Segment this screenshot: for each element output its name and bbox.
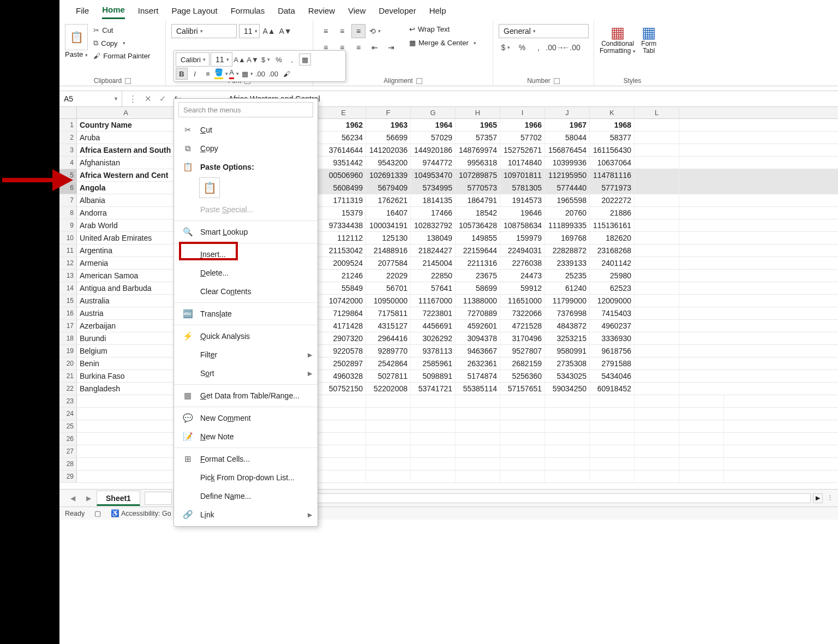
cell[interactable]	[321, 433, 366, 445]
cell[interactable]	[321, 458, 366, 470]
cell[interactable]: 59912	[500, 282, 545, 294]
cell[interactable]: Andorra	[77, 207, 175, 219]
number-dialog-launcher[interactable]	[554, 78, 560, 84]
cell[interactable]	[411, 408, 456, 420]
cell[interactable]: 4592601	[456, 320, 500, 332]
cell[interactable]	[321, 420, 366, 432]
cell[interactable]: 9289770	[366, 345, 411, 357]
name-box[interactable]: A5▼	[59, 91, 122, 106]
decrease-indent-icon[interactable]: ⇤	[368, 40, 382, 55]
new-sheet-button[interactable]	[145, 492, 172, 505]
row-header[interactable]: 28	[59, 458, 77, 470]
cell[interactable]: 10637064	[590, 157, 635, 169]
cell[interactable]: 55385114	[456, 383, 500, 395]
cell[interactable]	[456, 458, 500, 470]
row-header[interactable]: 23	[59, 395, 77, 407]
cell[interactable]	[679, 408, 724, 420]
cell[interactable]: 112112	[321, 232, 366, 244]
cell[interactable]	[321, 408, 366, 420]
cell[interactable]	[321, 470, 366, 482]
mini-fill-color-icon[interactable]: 🪣	[215, 68, 227, 80]
cell[interactable]: 3253215	[545, 332, 590, 344]
cell[interactable]	[77, 433, 175, 445]
paste-label[interactable]: Paste	[65, 50, 88, 58]
decrease-decimal-icon[interactable]: ←.00	[564, 40, 578, 55]
cut-button[interactable]: ✂Cut	[93, 25, 150, 35]
cell[interactable]	[77, 458, 175, 470]
cell[interactable]: 59034250	[545, 383, 590, 395]
cell[interactable]: 159979	[500, 232, 545, 244]
cell[interactable]	[635, 395, 679, 407]
cell[interactable]: 56234	[321, 132, 366, 144]
merge-center-button[interactable]: ▦Merge & Center	[409, 38, 476, 48]
cell[interactable]	[635, 282, 679, 294]
cell[interactable]: 9351442	[321, 157, 366, 169]
cell[interactable]: Albania	[77, 194, 175, 206]
cell[interactable]	[366, 420, 411, 432]
tab-review[interactable]: Review	[308, 3, 335, 19]
cell[interactable]: 5771973	[590, 182, 635, 194]
mini-increase-decimal-icon[interactable]: .00	[254, 68, 266, 80]
cell[interactable]: 9378113	[411, 345, 456, 357]
cell[interactable]	[500, 458, 545, 470]
cell[interactable]	[321, 395, 366, 407]
col-header-f[interactable]: F	[366, 107, 411, 118]
mini-borders-icon[interactable]: ▦	[241, 68, 253, 80]
cell[interactable]: 1962	[321, 119, 366, 131]
cell[interactable]: 11167000	[411, 295, 456, 307]
cell[interactable]	[321, 445, 366, 457]
menu-define-name[interactable]: Define Name...	[174, 487, 318, 505]
cell[interactable]: 53741721	[411, 383, 456, 395]
cell[interactable]: 152752671	[500, 144, 545, 156]
cell[interactable]: 5434046	[590, 370, 635, 382]
cell[interactable]: 22159644	[456, 245, 500, 257]
tab-file[interactable]: File	[76, 3, 89, 19]
row-header[interactable]: 20	[59, 357, 77, 369]
cell[interactable]	[635, 445, 679, 457]
cell[interactable]: 5027811	[366, 370, 411, 382]
cell[interactable]: 182620	[590, 232, 635, 244]
cell[interactable]: 7129864	[321, 307, 366, 319]
align-right-icon[interactable]: ≡	[351, 40, 366, 55]
mini-align-center-icon[interactable]: ≡	[202, 68, 214, 80]
cell[interactable]: 2401142	[590, 257, 635, 269]
row-header[interactable]: 27	[59, 445, 77, 457]
cell[interactable]: 1968	[590, 119, 635, 131]
row-header[interactable]: 8	[59, 207, 77, 219]
cell[interactable]: 57157651	[500, 383, 545, 395]
cell[interactable]: American Samoa	[77, 270, 175, 282]
cell[interactable]: 105736428	[456, 219, 500, 231]
cell[interactable]: 7270889	[456, 307, 500, 319]
cell[interactable]	[635, 295, 679, 307]
col-header-e[interactable]: E	[321, 107, 366, 118]
wrap-text-button[interactable]: ↩Wrap Text	[409, 24, 476, 34]
cell[interactable]	[545, 408, 590, 420]
cell[interactable]	[590, 420, 635, 432]
cell[interactable]: 4171428	[321, 320, 366, 332]
row-header[interactable]: 17	[59, 320, 77, 332]
cell[interactable]: Angola	[77, 182, 175, 194]
cell[interactable]: 21153042	[321, 245, 366, 257]
cell[interactable]: 2211316	[456, 257, 500, 269]
cell[interactable]: 1965598	[545, 194, 590, 206]
cell[interactable]: Country Name	[77, 119, 175, 131]
cell[interactable]: 5770573	[456, 182, 500, 194]
cell[interactable]	[635, 307, 679, 319]
align-middle-icon[interactable]: ≡	[335, 24, 349, 38]
menu-new-comment[interactable]: 💬New Comment	[174, 409, 318, 427]
cell[interactable]: 9220578	[321, 345, 366, 357]
cell[interactable]: 111899335	[545, 219, 590, 231]
cell[interactable]: 4960237	[590, 320, 635, 332]
cell[interactable]: Belgium	[77, 345, 175, 357]
cell[interactable]: 12009000	[590, 295, 635, 307]
cell[interactable]	[635, 357, 679, 369]
font-size-combo[interactable]: 11	[239, 24, 260, 38]
cell[interactable]: 58044	[545, 132, 590, 144]
cell[interactable]: Australia	[77, 295, 175, 307]
cell[interactable]	[77, 408, 175, 420]
cell[interactable]: 1864791	[456, 194, 500, 206]
cell[interactable]: 5781305	[500, 182, 545, 194]
cell[interactable]: 9744772	[411, 157, 456, 169]
cell[interactable]: Burkina Faso	[77, 370, 175, 382]
cell[interactable]	[411, 445, 456, 457]
